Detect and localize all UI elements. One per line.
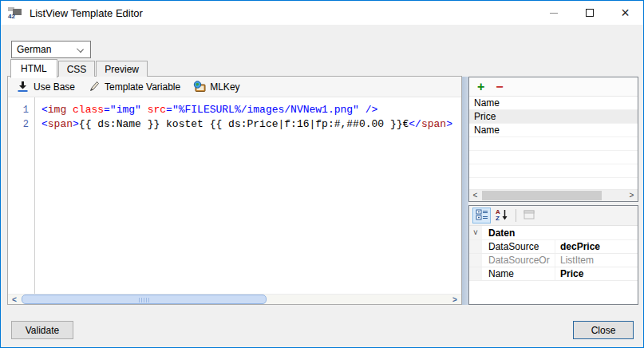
use-base-button[interactable]: Use Base <box>14 79 77 94</box>
panel-splitter[interactable] <box>462 77 468 305</box>
language-select-value: German <box>17 44 51 55</box>
titlebar: 42 ListView Template Editor × <box>1 1 643 25</box>
tab-strip: HTML CSS Preview <box>10 59 148 77</box>
language-select[interactable]: German <box>11 41 91 58</box>
tab-html[interactable]: HTML <box>10 59 57 78</box>
property-name[interactable]: DataSource <box>482 240 555 253</box>
app-icon: 42 <box>8 6 22 19</box>
add-field-button[interactable]: + <box>477 81 484 93</box>
property-grid-toolbar: AZ <box>469 206 638 226</box>
property-value: ListItem <box>555 254 638 267</box>
editor-horizontal-scrollbar[interactable]: < > <box>8 294 461 304</box>
scroll-right-icon[interactable]: > <box>626 190 638 201</box>
category-row[interactable]: ˅ Daten <box>469 226 638 240</box>
chevron-down-icon <box>77 45 84 53</box>
mlkey-button[interactable]: MLKey <box>191 79 242 94</box>
property-indent <box>469 267 482 280</box>
code-lines[interactable]: <img class="img" src="%FILESURL%/images/… <box>35 97 461 294</box>
close-button[interactable]: Close <box>573 321 634 339</box>
property-grid: AZ ˅ Daten DataSourcedecPriceDataSourceO… <box>468 205 638 305</box>
property-pages-button <box>520 208 538 223</box>
property-row: NamePrice <box>469 267 638 281</box>
property-name[interactable]: Name <box>482 267 555 280</box>
list-item[interactable]: Name <box>469 97 638 110</box>
list-item-empty[interactable] <box>469 164 638 178</box>
line-number-gutter: 12 <box>8 97 35 294</box>
property-value[interactable]: decPrice <box>555 240 638 254</box>
close-icon: × <box>621 6 630 20</box>
scroll-right-icon[interactable]: > <box>448 295 461 305</box>
list-item-empty[interactable] <box>469 178 638 189</box>
editor-toolbar: Use Base Template Variable MLKey <box>8 77 461 97</box>
fields-list: NamePriceName <box>469 97 638 189</box>
fields-scrollbar-thumb[interactable] <box>482 191 602 200</box>
fields-panel: + − NamePriceName < > <box>468 77 638 202</box>
mlkey-label: MLKey <box>210 81 239 93</box>
caption-buttons: × <box>535 1 643 25</box>
categorized-icon <box>476 208 488 223</box>
template-variable-label: Template Variable <box>105 81 180 93</box>
validate-button[interactable]: Validate <box>11 321 73 339</box>
category-label: Daten <box>482 227 515 239</box>
property-pages-icon <box>523 208 535 223</box>
remove-field-button[interactable]: − <box>496 81 503 93</box>
line-number: 1 <box>8 103 34 117</box>
minimize-button[interactable] <box>535 1 571 25</box>
scrollbar-grip <box>139 298 150 303</box>
code-line[interactable]: <img class="img" src="%FILESURL%/images/… <box>41 103 461 117</box>
html-tab-page: Use Base Template Variable MLKey 12 <img… <box>7 76 462 305</box>
property-value[interactable]: Price <box>555 267 638 281</box>
window-title: ListView Template Editor <box>30 7 143 19</box>
fields-toolbar: + − <box>469 77 638 97</box>
property-indent <box>469 254 482 267</box>
scroll-left-icon[interactable]: < <box>8 295 21 305</box>
line-number: 2 <box>8 117 34 132</box>
list-item[interactable]: Name <box>469 124 638 137</box>
tab-css[interactable]: CSS <box>58 61 96 77</box>
editor-scrollbar-thumb[interactable] <box>22 295 267 304</box>
property-name[interactable]: DataSourceOr <box>482 254 555 267</box>
property-indent <box>469 240 482 253</box>
list-item[interactable]: Price <box>469 110 638 124</box>
alphabetical-sort-button[interactable]: AZ <box>492 208 511 223</box>
maximize-button[interactable] <box>571 1 607 25</box>
book-globe-icon <box>193 81 207 93</box>
pencil-icon <box>88 81 101 93</box>
collapse-chevron-icon[interactable]: ˅ <box>469 226 482 239</box>
app-icon-number: 42 <box>8 13 15 20</box>
property-row: DataSourcedecPrice <box>469 240 638 254</box>
list-item-empty[interactable] <box>469 151 638 164</box>
svg-text:Z: Z <box>496 215 500 221</box>
listview-template-editor-window: 42 ListView Template Editor × German HTM… <box>0 0 644 348</box>
categorized-button[interactable] <box>472 208 491 223</box>
toolbar-separator <box>516 209 516 222</box>
maximize-icon <box>586 9 594 17</box>
template-variable-button[interactable]: Template Variable <box>85 79 183 94</box>
fields-horizontal-scrollbar[interactable]: < > <box>469 189 638 201</box>
code-editor[interactable]: 12 <img class="img" src="%FILESURL%/imag… <box>8 97 461 294</box>
property-rows: DataSourcedecPriceDataSourceOrListItemNa… <box>469 240 638 281</box>
tab-preview[interactable]: Preview <box>96 61 148 77</box>
use-base-label: Use Base <box>34 81 75 93</box>
download-arrow-icon <box>17 81 30 93</box>
scroll-left-icon[interactable]: < <box>469 190 481 201</box>
code-line[interactable]: <span>{{ ds:Name }} kostet {{ ds:Price|f… <box>41 117 461 132</box>
minimize-icon <box>550 13 558 14</box>
alphabetical-sort-icon: AZ <box>496 208 508 223</box>
list-item-empty[interactable] <box>469 137 638 151</box>
close-window-button[interactable]: × <box>607 1 643 25</box>
property-row: DataSourceOrListItem <box>469 254 638 267</box>
property-grid-body: ˅ Daten DataSourcedecPriceDataSourceOrLi… <box>469 226 638 304</box>
